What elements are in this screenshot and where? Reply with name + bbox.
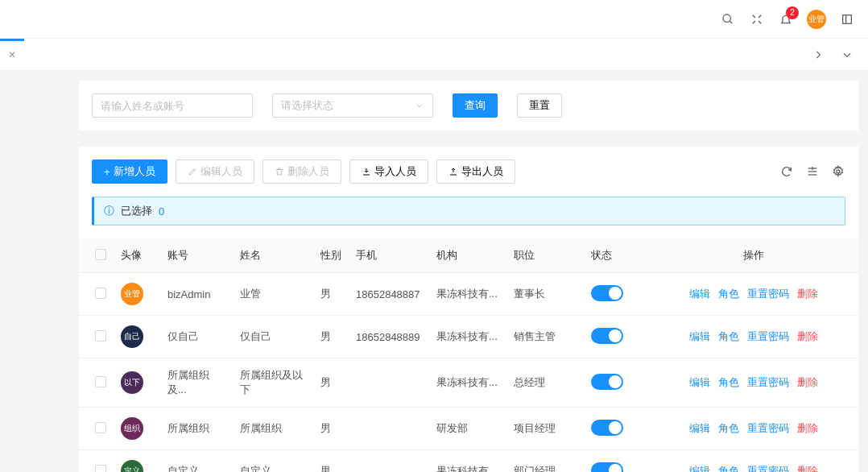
row-avatar: 以下 [121,371,143,394]
status-toggle[interactable] [591,462,623,473]
row-checkbox[interactable] [95,465,106,473]
row-checkbox[interactable] [95,422,106,433]
cell-account: bizAdmin [161,273,234,316]
cell-name: 所属组织 [234,408,314,450]
refresh-icon[interactable] [779,164,794,179]
upload-icon [448,167,458,176]
cell-org: 果冻科技有... [430,316,507,358]
col-status: 状态 [585,238,649,273]
user-avatar[interactable]: 业管 [807,10,826,29]
cell-account: 自定义 [161,450,234,473]
chevron-right-icon[interactable] [810,47,826,63]
search-icon[interactable] [720,11,736,27]
name-input[interactable] [92,93,253,118]
delete-button[interactable]: 删除人员 [262,159,341,184]
cell-position: 部门经理 [507,450,585,473]
action-delete[interactable]: 删除 [797,375,818,390]
alert-count: 0 [159,205,164,217]
status-toggle[interactable] [591,328,623,344]
status-toggle[interactable] [591,420,623,436]
action-role[interactable]: 角色 [718,421,739,436]
reset-button[interactable]: 重置 [517,93,562,118]
action-resetpw[interactable]: 重置密码 [747,329,789,344]
cell-name: 所属组织及以下 [234,358,314,408]
cell-account: 所属组织 [161,408,234,450]
row-avatar: 业管 [121,283,143,305]
chevron-down-icon[interactable] [839,47,855,63]
density-icon[interactable] [805,164,820,179]
cell-position: 总经理 [507,358,585,408]
pencil-icon [188,167,197,176]
col-gender: 性别 [314,238,349,273]
action-role[interactable]: 角色 [718,287,739,301]
action-delete[interactable]: 删除 [797,287,818,301]
col-account: 账号 [161,238,234,273]
alert-label: 已选择 [121,204,152,218]
top-bar: 2 业管 [0,0,868,39]
row-checkbox[interactable] [95,330,106,342]
cell-org: 果冻科技有... [430,358,507,408]
action-edit[interactable]: 编辑 [689,421,710,436]
edit-button[interactable]: 编辑人员 [176,159,254,184]
action-role[interactable]: 角色 [718,329,739,344]
filter-bar: 请选择状态 查询 重置 [79,81,858,130]
query-button[interactable]: 查询 [453,93,498,118]
action-edit[interactable]: 编辑 [689,329,710,344]
action-delete[interactable]: 删除 [797,464,818,472]
col-org: 机构 [430,238,507,273]
table-row: 自己仅自己仅自己男18652848889果冻科技有...销售主管编辑角色重置密码… [79,316,858,358]
action-resetpw[interactable]: 重置密码 [747,421,789,436]
action-resetpw[interactable]: 重置密码 [747,287,789,301]
status-select[interactable]: 请选择状态 [272,93,433,118]
svg-point-8 [837,170,840,173]
fullscreen-icon[interactable] [749,11,765,27]
table-row: 业管bizAdmin业管男18652848887果冻科技有...董事长编辑角色重… [79,273,858,316]
svg-rect-2 [843,14,852,23]
selection-alert: ⓘ 已选择 0 [92,197,845,226]
info-icon: ⓘ [104,204,114,218]
layout-icon[interactable] [839,11,855,27]
action-edit[interactable]: 编辑 [689,464,710,472]
action-edit[interactable]: 编辑 [689,375,710,390]
status-toggle[interactable] [591,374,623,390]
action-edit[interactable]: 编辑 [689,287,710,301]
import-button[interactable]: 导入人员 [349,159,428,184]
action-resetpw[interactable]: 重置密码 [747,375,789,390]
notification-badge: 2 [786,6,799,19]
action-role[interactable]: 角色 [718,464,739,472]
cell-org: 研发部 [430,408,507,450]
col-phone: 手机 [349,238,430,273]
select-all-checkbox[interactable] [95,249,106,260]
add-button[interactable]: +新增人员 [92,159,167,184]
action-role[interactable]: 角色 [718,375,739,390]
status-toggle[interactable] [591,285,623,301]
plus-icon: + [104,166,110,178]
col-avatar: 头像 [114,238,161,273]
cell-gender: 男 [314,316,349,358]
bell-icon[interactable]: 2 [778,11,794,27]
user-table: 头像 账号 姓名 性别 手机 机构 职位 状态 操作 业管bizAdmin业管男… [79,238,858,472]
close-icon[interactable]: ✕ [8,49,19,60]
cell-org: 果冻科技有... [430,273,507,316]
row-checkbox[interactable] [95,376,106,387]
cell-gender: 男 [314,450,349,473]
action-resetpw[interactable]: 重置密码 [747,464,789,472]
tab-bar: ✕ [0,39,868,71]
cell-org: 果冻科技有... [430,450,507,473]
cell-account: 仅自己 [161,316,234,358]
cell-position: 董事长 [507,273,585,316]
col-name: 姓名 [234,238,314,273]
row-avatar: 自己 [121,325,143,348]
gear-icon[interactable] [831,164,845,179]
cell-phone: 18652848889 [349,316,430,358]
cell-name: 自定义 [234,450,314,473]
action-delete[interactable]: 删除 [797,329,818,344]
table-row: 定义自定义自定义男果冻科技有...部门经理编辑角色重置密码删除 [79,450,858,473]
col-ops: 操作 [649,238,858,273]
action-delete[interactable]: 删除 [797,421,818,436]
table-row: 以下所属组织及...所属组织及以下男果冻科技有...总经理编辑角色重置密码删除 [79,358,858,408]
row-checkbox[interactable] [95,288,106,299]
cell-phone [349,450,430,473]
export-button[interactable]: 导出人员 [436,159,515,184]
cell-gender: 男 [314,408,349,450]
